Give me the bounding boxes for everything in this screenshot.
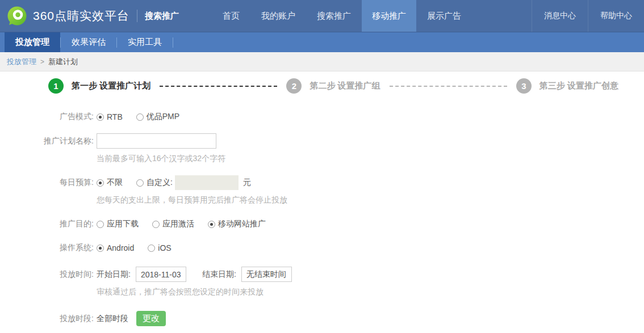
brand[interactable]: 360点睛实效平台 搜索推广 [0,0,179,32]
breadcrumb-current: 新建计划 [48,57,78,67]
nav-item-home[interactable]: 首页 [212,0,250,32]
budget-unit: 元 [243,178,251,188]
nav-item-display-ads[interactable]: 展示广告 [416,0,472,32]
step-2-circle: 2 [286,78,302,94]
brand-title: 360点睛实效平台 [33,8,129,24]
nav-item-search-promotion[interactable]: 搜索推广 [306,0,362,32]
secondary-nav: 消息中心 帮助中心 [532,0,644,32]
breadcrumb-link-delivery-management[interactable]: 投放管理 [7,57,36,67]
radio-label: 移动网站推广 [218,219,266,229]
radio-option-custom[interactable]: 自定义: [136,178,173,188]
nav-item-mobile-promotion[interactable]: 移动推广 [362,0,416,32]
radio-checked-icon [97,245,104,252]
radio-option-app-activation[interactable]: 应用激活 [152,219,194,229]
start-date-input[interactable] [136,267,186,282]
radio-label: 优品PMP [147,112,179,122]
radio-checked-icon [97,113,104,121]
radio-option-unlimited[interactable]: 不限 [97,178,123,188]
campaign-form: 广告模式: RTB 优品PMP 推广计划名称: [0,112,644,333]
schedule-label: 投放时间: [0,269,94,280]
primary-nav: 首页 我的账户 搜索推广 移动推广 展示广告 [212,0,472,32]
radio-option-ios[interactable]: iOS [148,243,171,252]
purpose-label: 推广目的: [0,219,94,229]
end-date-input[interactable] [241,267,292,282]
radio-label: 应用激活 [162,219,194,229]
brand-subtitle: 搜索推广 [145,11,179,22]
breadcrumb: 投放管理 > 新建计划 [0,52,644,71]
radio-label: 不限 [107,178,123,188]
360-logo-icon [7,6,27,26]
ad-mode-label: 广告模式: [0,112,94,122]
radio-option-rtb[interactable]: RTB [97,112,123,121]
radio-option-app-download[interactable]: 应用下载 [97,219,139,229]
step-connector [160,86,277,87]
radio-label: iOS [158,243,171,252]
plan-name-hint: 当前最多可输入16个汉字或32个字符 [97,154,644,164]
os-label: 操作系统: [0,243,94,253]
top-navigation-bar: 360点睛实效平台 搜索推广 首页 我的账户 搜索推广 移动推广 展示广告 消息… [0,0,644,32]
daily-budget-hint: 您每天的支出上限，每日预算用完后推广将会停止投放 [97,195,644,205]
radio-unchecked-icon [152,221,160,228]
tab-effect-evaluation[interactable]: 效果评估 [61,32,116,52]
step-connector [390,86,507,87]
radio-option-mobile-site[interactable]: 移动网站推广 [208,219,266,229]
radio-checked-icon [208,221,215,228]
breadcrumb-separator: > [40,58,44,66]
tab-practical-tools[interactable]: 实用工具 [117,32,173,52]
radio-unchecked-icon [136,179,144,187]
change-time-slot-button[interactable]: 更改 [136,311,166,326]
brand-divider [137,10,137,22]
plan-name-label: 推广计划名称: [0,136,94,146]
tab-divider [173,37,173,48]
radio-label: 应用下载 [107,219,139,229]
radio-unchecked-icon [148,245,155,252]
nav-item-help-center[interactable]: 帮助中心 [588,0,644,32]
plan-name-input[interactable] [97,133,216,149]
nav-item-my-account[interactable]: 我的账户 [250,0,306,32]
radio-checked-icon [97,179,104,187]
nav-item-message-center[interactable]: 消息中心 [532,0,588,32]
end-date-label: 结束日期: [202,269,236,280]
custom-budget-input [175,175,239,190]
tab-delivery-management[interactable]: 投放管理 [5,32,60,52]
sub-navigation-bar: 投放管理 效果评估 实用工具 [0,32,644,52]
main-content: 1 第一步 设置推广计划 2 第二步 设置推广组 3 第三步 设置推广创意 广告… [0,71,644,333]
radio-label: RTB [107,112,123,121]
daily-budget-label: 每日预算: [0,178,94,188]
radio-label: Android [107,243,134,252]
radio-unchecked-icon [97,221,104,228]
radio-option-android[interactable]: Android [97,243,134,252]
step-1-circle: 1 [48,78,64,94]
schedule-hint: 审核通过后，推广将会按照您设定的时间来投放 [97,287,644,297]
radio-option-premium-pmp[interactable]: 优品PMP [136,112,179,122]
radio-unchecked-icon [136,113,144,121]
step-indicator: 1 第一步 设置推广计划 2 第二步 设置推广组 3 第三步 设置推广创意 [0,71,644,94]
step-1-label: 第一步 设置推广计划 [72,81,150,91]
step-3-label: 第三步 设置推广创意 [540,81,618,91]
radio-label: 自定义: [147,178,173,188]
start-date-label: 开始日期: [97,269,131,280]
step-3-circle: 3 [516,78,532,94]
step-2-label: 第二步 设置推广组 [310,81,380,91]
time-slot-value: 全部时段 [97,314,128,324]
time-slot-label: 投放时段: [0,314,94,324]
